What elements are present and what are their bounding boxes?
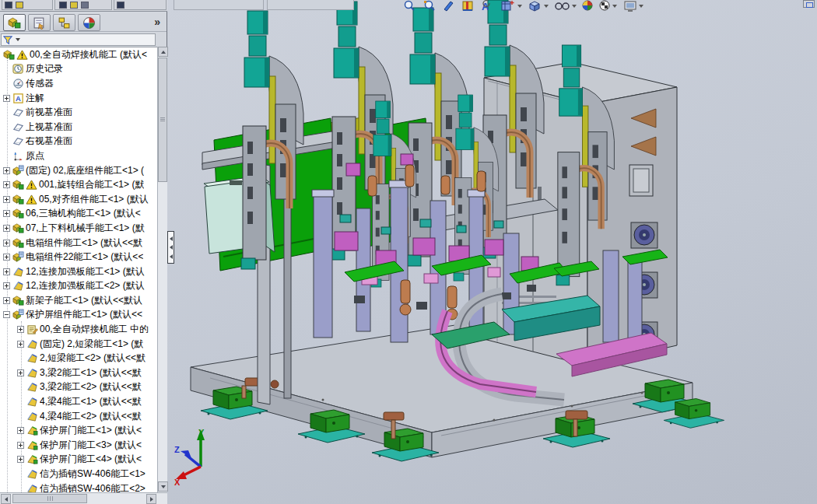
asm-icon (12, 237, 24, 249)
tree-item[interactable]: 12,连接加强板能工<2> (默认 (0, 279, 157, 294)
orientation-triad: Y Z X (173, 426, 227, 487)
collapse-arrow-icon (170, 254, 173, 259)
asm-icon (12, 194, 24, 205)
tree-item[interactable]: 电箱组件能工<1> (默认<<默 (0, 236, 157, 250)
asm-icon (12, 208, 24, 219)
expand-icon[interactable] (3, 167, 10, 174)
tree-item[interactable]: 00,全自动焊接机能工 中的 (0, 322, 157, 337)
tree-item[interactable]: 3,梁2能工<2> (默认<<默 (0, 380, 157, 395)
tab-propertymanager[interactable] (28, 14, 51, 31)
expand-icon[interactable] (3, 181, 10, 188)
tree-item[interactable]: 原点 (0, 149, 157, 163)
displaymanager-icon (82, 16, 96, 30)
scroll-up-button[interactable] (158, 47, 168, 57)
edit-appearance-icon (583, 1, 592, 10)
tree-item[interactable]: 信为插销SW-406能工<2> (0, 481, 157, 492)
expand-icon[interactable] (17, 369, 24, 376)
tree-horizontal-scrollbar[interactable] (0, 492, 167, 504)
tree-item[interactable]: 2,短梁能工<2> (默认<<默 (0, 351, 157, 366)
tree-item[interactable]: 保护屏门能工<1> (默认< (0, 423, 157, 438)
tab-displaymanager[interactable] (78, 14, 100, 31)
tree-item[interactable]: 前视基准面 (0, 105, 157, 120)
expand-icon[interactable] (17, 326, 24, 333)
panel-splitter[interactable] (167, 231, 174, 264)
expand-icon[interactable] (3, 297, 10, 304)
partA-icon (26, 411, 38, 422)
partG-icon (26, 439, 38, 451)
tree-item[interactable]: 3,梁2能工<1> (默认<<默 (0, 366, 157, 380)
partG-icon (26, 453, 38, 465)
asmfix-icon (12, 251, 24, 263)
tree-item-label: 原点 (26, 149, 44, 163)
tree-item[interactable]: 07,上下料机械手能工<1> (默 (0, 221, 157, 236)
tree-item[interactable]: 12,连接加强板能工<1> (默认 (0, 264, 157, 279)
toolbar-remnant (174, 0, 264, 10)
expand-icon[interactable] (3, 95, 10, 102)
tree-item-label: 右视基准面 (26, 135, 72, 148)
tree-item-label: 信为插销SW-406能工<2> (40, 482, 146, 492)
expand-icon[interactable] (3, 240, 10, 247)
tree-item[interactable]: 保护屏组件能工<1> (默认<< (0, 308, 157, 323)
3d-model-view[interactable] (167, 0, 817, 504)
tree-item[interactable]: 上视基准面 (0, 120, 157, 135)
tree-item[interactable]: 4,梁4能工<2> (默认<<默 (0, 409, 157, 424)
tree-filter[interactable] (1, 33, 156, 46)
zoom-to-area-icon (424, 1, 434, 10)
top-toolbar-strip (0, 0, 167, 12)
task-pane-tab[interactable] (803, 0, 815, 8)
expand-icon[interactable] (17, 341, 24, 348)
tree-item[interactable]: 保护屏门能工<4> (默认< (0, 453, 157, 467)
tree-item[interactable]: 电箱组件22能工<1> (默认<< (0, 250, 157, 264)
scroll-left-button[interactable] (1, 494, 11, 504)
collapse-icon[interactable] (3, 311, 10, 318)
expand-icon[interactable] (3, 196, 10, 203)
scroll-down-button[interactable] (158, 481, 168, 492)
expand-icon[interactable] (17, 456, 24, 463)
tree-item-label: 上视基准面 (26, 121, 72, 134)
expand-icon[interactable] (3, 254, 10, 261)
partA-icon (26, 381, 38, 393)
partA-icon (26, 483, 38, 492)
expand-icon[interactable] (3, 282, 10, 289)
hscroll-thumb[interactable] (12, 494, 87, 503)
expand-icon[interactable] (17, 442, 24, 449)
ann-icon: A (12, 93, 24, 104)
filter-dropdown-caret[interactable] (16, 38, 20, 41)
filter-funnel-icon (3, 35, 13, 45)
expand-icon[interactable] (3, 210, 10, 217)
tree-item-label: 保护屏门能工<1> (默认< (40, 424, 142, 437)
tree-item[interactable]: 保护屏门能工<3> (默认< (0, 438, 157, 453)
tree-item-label: 07,上下料机械手能工<1> (默 (26, 222, 145, 235)
asm-icon (12, 179, 24, 191)
tree-item[interactable]: 信为插销SW-406能工<1> (0, 467, 157, 481)
propertymanager-icon (33, 16, 46, 30)
tree-item[interactable]: 001,旋转组合能工<1> (默 (0, 177, 157, 192)
tree-item[interactable]: 右视基准面 (0, 135, 157, 149)
tree-vertical-scrollbar[interactable] (157, 47, 167, 492)
partA-icon (26, 352, 38, 364)
filter-row (0, 33, 167, 47)
tree-item[interactable]: 05,对齐组件能工<1> (默认 (0, 192, 157, 207)
vscroll-thumb[interactable] (158, 58, 167, 182)
graphics-viewport[interactable]: A (167, 0, 817, 504)
tree-item-label: 电箱组件能工<1> (默认<<默 (26, 236, 142, 250)
tree-item[interactable]: 传感器 (0, 76, 157, 91)
panel-more-chevron[interactable]: » (154, 15, 160, 29)
tab-featuremanager-design-tree[interactable] (3, 14, 26, 31)
feature-tree[interactable]: 00,全自动焊接机能工 (默认<历史记录传感器A注解前视基准面上视基准面右视基准… (0, 47, 157, 492)
expand-icon[interactable] (3, 268, 10, 275)
tab-configurationmanager[interactable] (53, 14, 75, 31)
tree-item[interactable]: 4,梁4能工<1> (默认<<默 (0, 394, 157, 409)
tree-item[interactable]: 历史记录 (0, 62, 157, 77)
tree-item[interactable]: 00,全自动焊接机能工 (默认< (0, 47, 157, 62)
tree-item[interactable]: A注解 (0, 91, 157, 106)
tree-item[interactable]: 06,三轴机构能工<1> (默认< (0, 207, 157, 222)
heads-up-toolbar[interactable]: A (401, 0, 657, 12)
tree-item[interactable]: (固定) 02,底座组件能工<1> ( (0, 163, 157, 178)
tree-item[interactable]: 新架子能工<1> (默认<<默认 (0, 293, 157, 308)
expand-icon[interactable] (3, 225, 10, 232)
expand-icon[interactable] (17, 427, 24, 434)
scroll-right-button[interactable] (146, 494, 156, 504)
tree-item[interactable]: (固定) 2,短梁能工<1> (默 (0, 337, 157, 352)
asm-icon (3, 49, 15, 61)
